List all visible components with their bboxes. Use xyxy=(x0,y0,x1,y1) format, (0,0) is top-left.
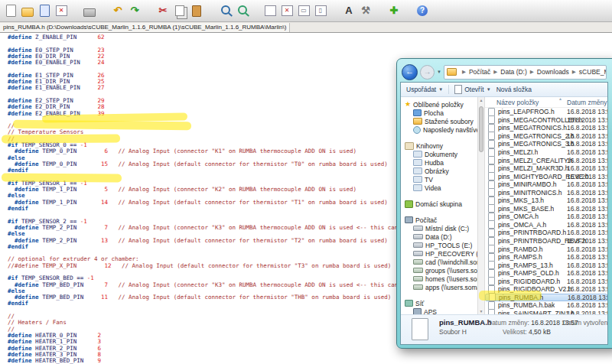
file-row[interactable]: pins_MIGHTYBOARD_REVE.h16.8.2018 13:57 xyxy=(485,172,607,180)
file-date: 16.8.2018 13:57 xyxy=(567,262,607,269)
find-icon[interactable] xyxy=(218,4,232,18)
plugin-icon[interactable]: ✚ xyxy=(387,4,401,18)
column-date-header[interactable]: Datum změny xyxy=(567,99,607,106)
file-row[interactable]: pins_MEGATRONICS_3.h16.8.2018 13:57 xyxy=(485,140,607,148)
sidebar-item-label: Obrázky xyxy=(425,167,449,175)
file-row[interactable]: pins_PRINTRBOARD_REVF.h16.8.2018 13:57 xyxy=(485,237,607,245)
tile-horizontal-icon[interactable]: ▭ xyxy=(297,4,311,18)
file-row[interactable]: pins_MEGATRONICS.h16.8.2018 13:57 xyxy=(485,124,607,132)
scroll-up-icon[interactable]: ▲ xyxy=(478,98,484,102)
file-icon xyxy=(488,220,495,229)
sidebar-item-label: Síť xyxy=(415,300,424,307)
file-row[interactable]: pins_RAMBO.h16.8.2018 13:57 xyxy=(485,245,607,253)
tile-vertical-icon[interactable]: ▯ xyxy=(314,4,327,18)
cut-icon[interactable]: ✂ xyxy=(156,4,170,18)
open-file-icon[interactable] xyxy=(21,4,34,18)
sidebar-item-cad-windchill-soma-cz-[interactable]: cad (\\windchill.soma.cz) xyxy=(401,258,477,266)
sidebar-item-po-ta-[interactable]: Počítač xyxy=(401,216,477,224)
forward-button[interactable]: → xyxy=(420,65,435,80)
new-window-icon[interactable] xyxy=(263,4,277,18)
file-row[interactable]: pins_RAMPS.h16.8.2018 13:57 xyxy=(485,253,607,262)
file-row[interactable]: pins_RAMPS_13.h16.8.2018 13:57 xyxy=(485,261,607,269)
editor-tab[interactable]: pins_RUMBA.h (D:\Downloads\sCUBE_Marlin_… xyxy=(0,23,290,32)
new-file-icon xyxy=(6,5,16,17)
sidebar-item-obl-ben-polo-ky[interactable]: ★Oblíbené položky xyxy=(401,100,477,109)
editor-toolbar: ✕↶↷✂✕▭▯A⚒✚? xyxy=(0,0,612,22)
font-icon[interactable]: A xyxy=(342,4,356,18)
sidebar-item-homes-users-soma-cz-[interactable]: homes (\\users.soma.cz) xyxy=(401,275,477,283)
sidebar-item-obr-zky[interactable]: Obrázky xyxy=(401,167,477,175)
breadcrumb-segment[interactable]: Data (D:) xyxy=(500,68,526,76)
organize-button[interactable]: Uspořádat▼ xyxy=(406,86,443,93)
code-token: 15 xyxy=(76,161,108,167)
breadcrumb[interactable]: ▶Počítač▶Data (D:)▶Downloads▶sCUBE_Marli… xyxy=(444,65,607,80)
scroll-down-icon[interactable]: ▼ xyxy=(478,309,484,314)
help-icon: ? xyxy=(417,5,428,16)
tools-icon[interactable]: ⚒ xyxy=(359,4,373,18)
file-name: pins_MEGATRONICS_3.h xyxy=(498,140,575,148)
file-icon xyxy=(488,213,495,221)
undo-icon[interactable]: ↶ xyxy=(111,4,125,18)
file-row[interactable]: pins_OMCA_A.h16.8.2018 13:57 xyxy=(485,221,607,229)
print-icon[interactable] xyxy=(83,4,96,18)
redo-icon[interactable]: ↷ xyxy=(128,4,142,18)
sidebar-item-hp-recovery-g-[interactable]: HP_RECOVERY (G:) xyxy=(401,249,477,258)
sidebar-item-dokumenty[interactable]: Dokumenty xyxy=(401,150,477,158)
breadcrumb-segment[interactable]: Downloads xyxy=(537,68,569,76)
sidebar-item-dom-c-skupina[interactable]: Domácí skupina xyxy=(401,200,477,208)
code-token: 14 xyxy=(76,199,108,206)
sidebar-item-data-d-[interactable]: Data (D:) xyxy=(401,232,477,241)
file-row[interactable]: pins_RAMPS_OLD.h16.8.2018 13:57 xyxy=(485,269,607,278)
new-file-icon[interactable] xyxy=(4,4,18,18)
file-row[interactable]: pins_MINITRONICS.h16.8.2018 13:57 xyxy=(485,188,607,197)
save-file-icon[interactable] xyxy=(37,4,51,18)
sidebar-item-aps[interactable]: APS xyxy=(401,307,477,314)
close-file-icon[interactable]: ✕ xyxy=(54,4,68,18)
breadcrumb-segment[interactable]: Počítač xyxy=(469,68,490,76)
history-dropdown-icon[interactable]: ▼ xyxy=(437,70,441,74)
toolbar-gap xyxy=(376,11,384,11)
close-window-icon[interactable]: ✕ xyxy=(280,4,294,18)
file-row[interactable]: pins_MKS_BASE.h16.8.2018 13:57 xyxy=(485,205,607,213)
open-button[interactable]: Otevřít▼ xyxy=(454,85,490,94)
sidebar-item-s-[interactable]: Síť xyxy=(401,299,477,307)
column-name-header[interactable]: Název položky xyxy=(485,99,539,106)
sidebar-item-apps-users-soma-cz-z[interactable]: apps (\\users.soma.cz) (Z xyxy=(401,283,477,291)
sidebar-item-knihovny[interactable]: Knihovny xyxy=(401,141,477,150)
paste-icon[interactable] xyxy=(190,4,203,18)
drive-icon xyxy=(413,251,423,256)
file-row[interactable]: pins_RIGIDBOARD.h16.8.2018 13:57 xyxy=(485,277,607,285)
file-row[interactable]: pins_MELZI_CREALITY.h16.8.2018 13:57 xyxy=(485,156,607,164)
new-folder-button[interactable]: Nová složka xyxy=(496,86,532,93)
sidebar-scrollbar[interactable]: ▲ ▼ xyxy=(477,97,485,314)
file-row[interactable]: pins_MKS_13.h16.8.2018 13:57 xyxy=(485,197,607,205)
sidebar-item-plocha[interactable]: Plocha xyxy=(401,109,477,117)
sidebar-item-m-stn-disk-c-[interactable]: Místní disk (C:) xyxy=(401,224,477,232)
file-date: 16.8.2018 13:57 xyxy=(567,301,607,309)
file-row[interactable]: pins_MEGACONTROLLER.h16.8.2018 13:57 xyxy=(485,116,607,125)
file-icon xyxy=(488,132,495,140)
sidebar-item-hudba[interactable]: Hudba xyxy=(401,158,477,167)
sidebar-item-sta-en-soubory[interactable]: Stažené soubory xyxy=(401,117,477,125)
file-row[interactable]: pins_PRINTRBOARD.h16.8.2018 13:57 xyxy=(485,229,607,237)
find-replace-icon[interactable] xyxy=(235,4,249,18)
sidebar-item-naposledy-nav-t-ven-[interactable]: Naposledy navštívené xyxy=(401,125,477,134)
sidebar-item-hp-tools-e-[interactable]: HP_TOOLS (E:) xyxy=(401,241,477,249)
file-row[interactable]: pins_LEAPFROG.h16.8.2018 13:57 xyxy=(485,108,607,116)
file-row[interactable]: pins_OMCA.h16.8.2018 13:57 xyxy=(485,213,607,221)
scrollbar-thumb[interactable] xyxy=(479,106,483,152)
file-row[interactable]: pins_MEGATRONICS_2.h16.8.2018 13:57 xyxy=(485,132,607,141)
sidebar-item-videa[interactable]: Videa xyxy=(401,184,477,192)
sidebar-item-groups-users-soma-cz-[interactable]: groups (\\users.soma.cz) xyxy=(401,266,477,275)
file-row[interactable]: pins_MELZI_MAKR3D.h16.8.2018 13:57 xyxy=(485,164,607,173)
breadcrumb-segment[interactable]: sCUBE_Marlin_1.1.6_RUMBA (1) xyxy=(579,68,607,76)
file-row[interactable]: pins_MINIRAMBO.h16.8.2018 13:57 xyxy=(485,180,607,189)
file-row[interactable]: pins_RUMBA.h.bak16.8.2018 13:57 xyxy=(485,301,607,310)
file-row[interactable]: pins_MELZI.h16.8.2018 13:57 xyxy=(485,148,607,157)
back-button[interactable]: ← xyxy=(402,64,418,80)
details-file-name: pins_RUMBA.h xyxy=(439,318,492,327)
help-icon[interactable]: ? xyxy=(415,4,429,18)
file-date: 16.8.2018 13:57 xyxy=(567,116,607,124)
copy-icon[interactable] xyxy=(173,4,187,18)
sidebar-item-tv[interactable]: TV xyxy=(401,175,477,184)
